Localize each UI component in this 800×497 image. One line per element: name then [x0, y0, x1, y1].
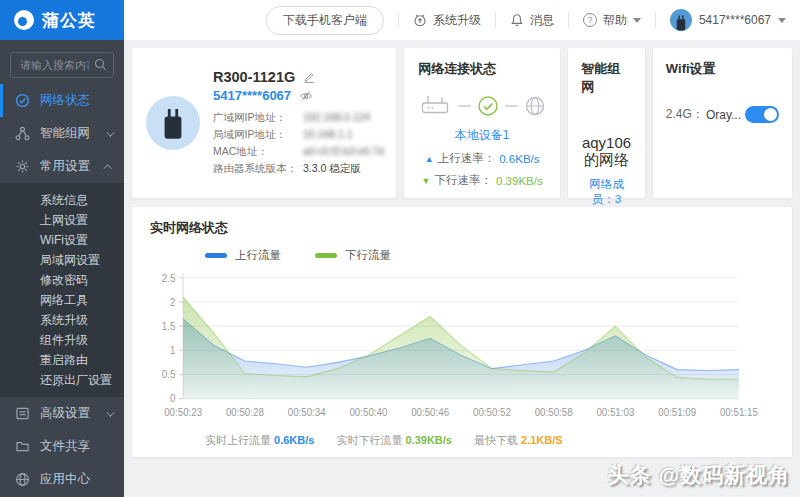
watermark: 头条 @数码新视角	[608, 461, 790, 489]
sidebar-item-app-center[interactable]: 应用中心	[0, 463, 124, 496]
brand-icon	[14, 10, 34, 30]
legend-upload[interactable]: 上行流量	[205, 248, 281, 263]
check-circle-icon	[477, 95, 499, 117]
system-upgrade-icon	[413, 13, 427, 27]
network-name: aqy106的网络	[581, 134, 632, 170]
sidebar-item-label: 常用设置	[40, 158, 90, 175]
submenu-item-change-password[interactable]: 修改密码	[0, 270, 124, 290]
smart-network-icon	[15, 126, 30, 141]
card-title: 智能组网	[581, 60, 632, 96]
sidebar-item-common-settings[interactable]: 常用设置	[0, 150, 124, 183]
row-label: 局域网IP地址：	[213, 126, 303, 143]
app-center-icon	[15, 472, 30, 487]
account-menu[interactable]: 5417****6067	[670, 9, 786, 31]
arrow-up-icon: ▲	[425, 154, 434, 164]
sidebar-item-smart-network[interactable]: 智能组网	[0, 117, 124, 150]
svg-text:00:50:58: 00:50:58	[535, 406, 573, 418]
router-device-icon	[674, 14, 688, 31]
connection-status-card: 网络连接状态	[404, 48, 560, 198]
folder-icon	[15, 439, 30, 454]
sidebar: 网络状态 智能组网 常用设置 系统信息 上网设置 WiFi设置 局域网	[0, 40, 124, 497]
router-device-icon	[159, 107, 187, 139]
upload-rate-value: 0.6KB/s	[499, 153, 539, 165]
download-rate-row: ▼ 下行速率： 0.39KB/s	[418, 173, 546, 188]
stat-fastest: 最快下载 2.1KB/S	[474, 433, 563, 448]
submenu-item-system-info[interactable]: 系统信息	[0, 190, 124, 210]
upload-rate-row: ▲ 上行速率： 0.6KB/s	[418, 151, 546, 166]
row-label: 广域网IP地址：	[213, 109, 303, 126]
svg-text:2.5: 2.5	[162, 272, 176, 284]
messages-button[interactable]: 消息	[510, 12, 554, 29]
device-row-wan-ip: 广域网IP地址： 192.168.0.124	[213, 109, 384, 126]
device-avatar	[146, 96, 200, 150]
chart-title: 实时网络状态	[150, 219, 774, 237]
eye-slash-icon[interactable]	[299, 90, 313, 102]
connector-line	[505, 105, 518, 107]
svg-text:00:51:15: 00:51:15	[720, 406, 758, 418]
svg-text:0.5: 0.5	[162, 369, 176, 381]
download-rate-value: 0.39KB/s	[496, 175, 543, 187]
stat-label: 实时下行流量	[336, 434, 402, 446]
stat-value: 0.6KB/s	[274, 434, 314, 446]
download-rate-label: 下行速率：	[435, 173, 493, 188]
chevron-down-icon	[106, 128, 114, 136]
row-value: 192.168.0.124	[303, 109, 370, 126]
help-menu[interactable]: ? 帮助	[583, 12, 641, 29]
legend-swatch-blue	[205, 253, 227, 258]
submenu-item-lan-settings[interactable]: 局域网设置	[0, 250, 124, 270]
sidebar-item-file-sharing[interactable]: 文件共享	[0, 430, 124, 463]
system-upgrade-button[interactable]: 系统升级	[413, 12, 481, 29]
svg-text:1.5: 1.5	[162, 320, 176, 332]
wifi-toggle[interactable]	[745, 106, 779, 123]
router-icon	[418, 94, 452, 117]
submenu-item-component-upgrade[interactable]: 组件升级	[0, 330, 124, 350]
network-members-link[interactable]: 网络成员：3	[581, 177, 632, 207]
submenu-item-network-tools[interactable]: 网络工具	[0, 290, 124, 310]
help-label: 帮助	[603, 12, 627, 29]
sidebar-item-label: 应用中心	[40, 471, 90, 488]
sidebar-item-advanced-settings[interactable]: 高级设置	[0, 397, 124, 430]
chart-footer-stats: 实时上行流量 0.6KB/s 实时下行流量 0.39KB/s 最快下载 2.1K…	[205, 433, 774, 448]
card-title: Wifi设置	[666, 60, 779, 78]
smart-network-card: 智能组网 aqy106的网络 网络成员：3	[568, 48, 645, 198]
download-mobile-client-button[interactable]: 下载手机客户端	[266, 6, 384, 35]
app-logo[interactable]: 蒲公英	[0, 0, 124, 40]
upload-rate-label: 上行速率：	[438, 151, 496, 166]
submenu-item-internet-settings[interactable]: 上网设置	[0, 210, 124, 230]
connection-diagram	[418, 94, 546, 117]
row-value: 10.168.1.1	[303, 126, 353, 143]
submenu-item-factory-reset[interactable]: 还原出厂设置	[0, 370, 124, 390]
account-number: 5417****6067	[699, 13, 771, 27]
account-avatar	[670, 9, 692, 31]
sidebar-item-network-status[interactable]: 网络状态	[0, 84, 124, 117]
sidebar-item-label: 网络状态	[40, 92, 90, 109]
svg-text:00:50:52: 00:50:52	[473, 406, 511, 418]
stat-download: 实时下行流量 0.39KB/s	[336, 433, 452, 448]
submenu-item-wifi-settings[interactable]: WiFi设置	[0, 230, 124, 250]
row-label: 路由器系统版本：	[213, 160, 303, 177]
search-icon[interactable]	[94, 58, 107, 71]
svg-text:0: 0	[170, 393, 176, 405]
svg-text:00:50:34: 00:50:34	[288, 406, 326, 418]
svg-text:00:50:46: 00:50:46	[411, 406, 449, 418]
header-actions: 下载手机客户端 系统升级 消息 ? 帮助	[124, 0, 800, 40]
device-sn: 5417****6067	[213, 88, 291, 103]
chevron-up-icon	[103, 164, 111, 172]
members-count: 3	[615, 193, 621, 205]
stat-upload: 实时上行流量 0.6KB/s	[205, 433, 314, 448]
stat-label: 实时上行流量	[205, 434, 271, 446]
local-devices-link[interactable]: 本地设备1	[418, 127, 546, 144]
row-label: MAC地址：	[213, 143, 303, 160]
legend-download[interactable]: 下行流量	[315, 248, 391, 263]
svg-text:2: 2	[170, 296, 176, 308]
chevron-down-icon	[778, 18, 786, 23]
svg-text:00:51:09: 00:51:09	[658, 406, 696, 418]
submenu-item-system-upgrade[interactable]: 系统升级	[0, 310, 124, 330]
svg-text:00:50:40: 00:50:40	[349, 406, 387, 418]
submenu-item-restart-router[interactable]: 重启路由	[0, 350, 124, 370]
chart-legend: 上行流量 下行流量	[205, 248, 774, 263]
svg-text:00:50:23: 00:50:23	[164, 406, 202, 418]
traffic-chart[interactable]: 00.511.522.500:50:2300:50:2800:50:3400:5…	[150, 267, 774, 431]
edit-pencil-icon[interactable]	[303, 71, 315, 83]
messages-label: 消息	[530, 12, 554, 29]
